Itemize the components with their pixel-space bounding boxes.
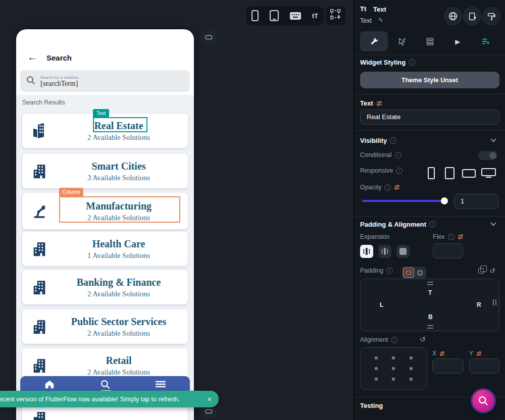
- text-scale-icon[interactable]: tT: [312, 12, 318, 20]
- undo-icon[interactable]: ↺: [420, 335, 426, 343]
- set-from-variable-icon[interactable]: [458, 234, 464, 240]
- result-card-banking-finance[interactable]: Banking & Finance 2 Available Solutions: [22, 270, 188, 304]
- edit-name-icon[interactable]: ✎: [378, 17, 383, 24]
- set-from-variable-icon[interactable]: [394, 184, 400, 190]
- selection-badge-text: Text: [93, 109, 109, 118]
- add-to-library-button[interactable]: [463, 7, 481, 25]
- undo-icon[interactable]: ↺: [489, 267, 495, 275]
- set-from-variable-icon[interactable]: [376, 100, 382, 107]
- design-canvas[interactable]: tT ← Search Search for a solution... [se…: [0, 0, 354, 420]
- responsive-tablet-icon[interactable]: [445, 167, 454, 179]
- phone-preview[interactable]: ← Search Search for a solution... [searc…: [16, 29, 194, 420]
- conditional-toggle[interactable]: [478, 151, 497, 160]
- desktop-stand: [486, 177, 491, 178]
- align-dot[interactable]: [392, 378, 395, 381]
- canvas-control-top[interactable]: [201, 30, 216, 44]
- chevron-down-icon[interactable]: [490, 136, 496, 142]
- tablet-preview-icon[interactable]: [270, 10, 279, 21]
- tab-run[interactable]: ▶: [444, 31, 472, 51]
- align-dot[interactable]: [392, 356, 395, 359]
- align-y-input[interactable]: [469, 358, 499, 374]
- alignment-grid[interactable]: [360, 347, 427, 390]
- opacity-value-input[interactable]: 1: [454, 194, 498, 209]
- flex-input[interactable]: [433, 243, 463, 258]
- card-title: Health Care: [57, 238, 181, 250]
- building-icon: [22, 357, 57, 374]
- search-input[interactable]: Search for a solution... [searchTerm]: [20, 70, 190, 92]
- tab-properties[interactable]: [360, 31, 388, 51]
- keyboard-icon[interactable]: [290, 12, 301, 20]
- responsive-phone-icon[interactable]: [428, 167, 435, 179]
- assistant-fab[interactable]: [472, 390, 494, 412]
- theme-settings-button[interactable]: [482, 7, 500, 25]
- set-from-variable-icon[interactable]: [476, 351, 482, 356]
- expansion-default-button[interactable]: [360, 245, 373, 258]
- set-from-variable-icon[interactable]: [439, 351, 445, 356]
- widget-styling-header: Widget Stylingi: [360, 59, 415, 66]
- expansion-flexible-button[interactable]: [396, 245, 410, 258]
- home-icon[interactable]: [44, 380, 55, 391]
- text-value-input[interactable]: Real Estate: [360, 110, 499, 125]
- align-dot[interactable]: [410, 356, 413, 359]
- align-dot[interactable]: [375, 356, 378, 359]
- back-arrow-icon[interactable]: ←: [27, 51, 37, 63]
- padding-editor[interactable]: T L R B: [360, 279, 499, 331]
- search-results-label: Search Results: [22, 99, 65, 106]
- globe-preview-button[interactable]: [444, 7, 462, 25]
- info-icon: i: [396, 168, 402, 174]
- card-subtitle: 2 Available Solutions: [57, 367, 181, 377]
- result-card-smart-cities[interactable]: Smart Cities 3 Available Solutions: [22, 154, 188, 188]
- theme-style-button[interactable]: Theme Style Unset: [360, 72, 499, 88]
- info-icon: i: [384, 184, 391, 191]
- menu-icon[interactable]: [156, 381, 166, 390]
- responsive-desktop-icon[interactable]: [481, 168, 496, 176]
- align-dot[interactable]: [375, 378, 378, 381]
- align-dot[interactable]: [410, 367, 413, 370]
- padding-all-icon: [418, 271, 422, 275]
- opacity-slider-track[interactable]: [362, 200, 448, 202]
- properties-panel: Tt Text Text ✎ ▶ Widget Stylingi Theme S…: [354, 0, 505, 420]
- update-banner[interactable]: ecent version of FlutterFlow now availab…: [0, 391, 219, 407]
- tab-layout[interactable]: [416, 31, 443, 51]
- nav-search-icon[interactable]: [100, 380, 110, 391]
- padding-bottom-handle[interactable]: [427, 325, 433, 329]
- align-dot[interactable]: [410, 378, 413, 381]
- align-dot[interactable]: [392, 367, 395, 370]
- expansion-label: Expansion: [360, 233, 389, 240]
- info-icon: i: [391, 337, 398, 343]
- info-icon: i: [395, 152, 401, 159]
- padding-top-handle[interactable]: [427, 282, 433, 285]
- padding-right-label: R: [477, 301, 481, 308]
- align-dot[interactable]: [375, 367, 378, 370]
- rows-icon: [426, 37, 434, 45]
- testing-header[interactable]: Testing: [360, 402, 383, 409]
- padding-left-label: L: [380, 301, 383, 308]
- tab-actions[interactable]: [388, 31, 416, 51]
- padding-mode-sides-button[interactable]: [403, 268, 414, 278]
- expansion-expanded-button[interactable]: [378, 245, 391, 258]
- padding-mode-all-button[interactable]: [414, 268, 425, 278]
- copy-icon[interactable]: [478, 268, 484, 274]
- padding-alignment-header[interactable]: Padding & Alignmenti: [360, 221, 436, 228]
- panel-pill-icon: [206, 35, 212, 39]
- search-icon: [478, 396, 488, 406]
- phone-preview-icon[interactable]: [251, 10, 259, 21]
- result-card-health-care[interactable]: Health Care 1 Available Solutions: [22, 232, 188, 266]
- search-value: [searchTerm]: [40, 80, 81, 88]
- card-subtitle: 1 Available Solutions: [57, 250, 181, 260]
- align-x-input[interactable]: [432, 358, 464, 374]
- chevron-down-icon[interactable]: [490, 220, 496, 226]
- result-card-public-sector[interactable]: Public Sector Services 2 Available Solut…: [22, 309, 188, 344]
- building-icon: [22, 410, 57, 420]
- responsive-landscape-icon[interactable]: [462, 169, 476, 178]
- panel-pill-icon: [206, 409, 212, 413]
- padding-right-handle[interactable]: [493, 299, 496, 305]
- visibility-header[interactable]: Visibilityi: [360, 137, 396, 144]
- robot-arm-icon: [22, 202, 57, 220]
- widget-name: Text: [360, 17, 372, 24]
- tab-widget-tree[interactable]: [472, 31, 499, 51]
- opacity-slider-knob[interactable]: [441, 197, 448, 204]
- search-icon: [26, 76, 35, 87]
- close-icon[interactable]: ×: [202, 395, 212, 403]
- select-tool-button[interactable]: [326, 6, 345, 25]
